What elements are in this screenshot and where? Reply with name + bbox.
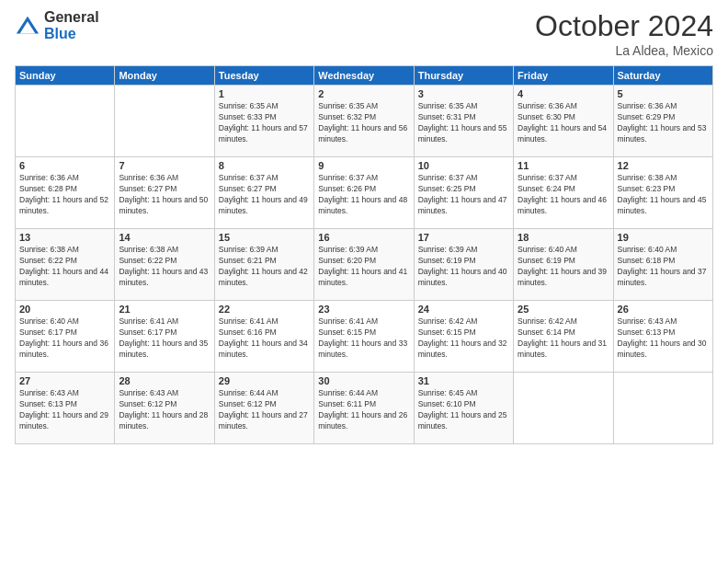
header-saturday: Saturday	[613, 66, 712, 86]
day-number: 1	[219, 88, 310, 99]
day-info: Sunrise: 6:39 AMSunset: 6:21 PMDaylight:…	[219, 245, 310, 289]
day-number: 29	[219, 375, 310, 386]
day-number: 5	[618, 88, 709, 99]
month-title: October 2024	[535, 9, 713, 43]
day-info: Sunrise: 6:37 AMSunset: 6:25 PMDaylight:…	[418, 173, 509, 217]
logo-icon	[15, 13, 40, 39]
table-row: 4Sunrise: 6:36 AMSunset: 6:30 PMDaylight…	[514, 86, 613, 157]
table-row: 3Sunrise: 6:35 AMSunset: 6:31 PMDaylight…	[414, 86, 513, 157]
table-row: 7Sunrise: 6:36 AMSunset: 6:27 PMDaylight…	[115, 157, 214, 229]
table-row: 1Sunrise: 6:35 AMSunset: 6:33 PMDaylight…	[214, 86, 313, 157]
day-number: 8	[219, 160, 310, 171]
table-row: 30Sunrise: 6:44 AMSunset: 6:11 PMDayligh…	[314, 373, 414, 444]
calendar-table: Sunday Monday Tuesday Wednesday Thursday…	[15, 65, 713, 444]
table-row: 16Sunrise: 6:39 AMSunset: 6:20 PMDayligh…	[314, 229, 414, 301]
table-row: 23Sunrise: 6:41 AMSunset: 6:15 PMDayligh…	[314, 301, 414, 373]
day-info: Sunrise: 6:35 AMSunset: 6:33 PMDaylight:…	[219, 101, 310, 145]
day-number: 19	[618, 232, 709, 243]
day-info: Sunrise: 6:35 AMSunset: 6:32 PMDaylight:…	[318, 101, 409, 145]
day-info: Sunrise: 6:41 AMSunset: 6:15 PMDaylight:…	[318, 316, 409, 361]
day-number: 12	[618, 160, 709, 171]
day-info: Sunrise: 6:39 AMSunset: 6:19 PMDaylight:…	[418, 245, 509, 289]
table-row: 6Sunrise: 6:36 AMSunset: 6:28 PMDaylight…	[16, 157, 115, 229]
page-header: General Blue October 2024 La Aldea, Mexi…	[15, 9, 713, 58]
day-number: 6	[19, 160, 110, 171]
day-info: Sunrise: 6:38 AMSunset: 6:22 PMDaylight:…	[119, 245, 210, 289]
header-tuesday: Tuesday	[214, 66, 313, 86]
table-row: 8Sunrise: 6:37 AMSunset: 6:27 PMDaylight…	[214, 157, 313, 229]
logo-blue-text: Blue	[44, 26, 99, 42]
table-row	[514, 373, 613, 444]
day-number: 17	[418, 232, 509, 243]
table-row: 5Sunrise: 6:36 AMSunset: 6:29 PMDaylight…	[613, 86, 712, 157]
table-row: 20Sunrise: 6:40 AMSunset: 6:17 PMDayligh…	[16, 301, 115, 373]
day-info: Sunrise: 6:44 AMSunset: 6:12 PMDaylight:…	[219, 388, 310, 432]
day-number: 7	[119, 160, 210, 171]
table-row	[613, 373, 712, 444]
calendar-week-row: 6Sunrise: 6:36 AMSunset: 6:28 PMDaylight…	[16, 157, 713, 229]
table-row: 17Sunrise: 6:39 AMSunset: 6:19 PMDayligh…	[414, 229, 513, 301]
day-number: 4	[518, 88, 609, 99]
day-info: Sunrise: 6:38 AMSunset: 6:22 PMDaylight:…	[19, 245, 110, 289]
day-number: 3	[418, 88, 509, 99]
day-info: Sunrise: 6:40 AMSunset: 6:19 PMDaylight:…	[518, 245, 609, 289]
day-number: 14	[119, 232, 210, 243]
table-row: 25Sunrise: 6:42 AMSunset: 6:14 PMDayligh…	[514, 301, 613, 373]
header-wednesday: Wednesday	[314, 66, 414, 86]
day-number: 10	[418, 160, 509, 171]
header-sunday: Sunday	[16, 66, 115, 86]
header-monday: Monday	[115, 66, 214, 86]
table-row: 12Sunrise: 6:38 AMSunset: 6:23 PMDayligh…	[613, 157, 712, 229]
location-text: La Aldea, Mexico	[535, 43, 713, 58]
day-number: 23	[318, 304, 409, 315]
table-row	[115, 86, 214, 157]
header-thursday: Thursday	[414, 66, 513, 86]
table-row: 19Sunrise: 6:40 AMSunset: 6:18 PMDayligh…	[613, 229, 712, 301]
day-info: Sunrise: 6:45 AMSunset: 6:10 PMDaylight:…	[418, 388, 509, 432]
table-row: 11Sunrise: 6:37 AMSunset: 6:24 PMDayligh…	[514, 157, 613, 229]
day-info: Sunrise: 6:36 AMSunset: 6:29 PMDaylight:…	[618, 101, 709, 145]
day-info: Sunrise: 6:40 AMSunset: 6:17 PMDaylight:…	[19, 316, 110, 361]
table-row: 26Sunrise: 6:43 AMSunset: 6:13 PMDayligh…	[613, 301, 712, 373]
table-row	[16, 86, 115, 157]
day-number: 16	[318, 232, 409, 243]
table-row: 14Sunrise: 6:38 AMSunset: 6:22 PMDayligh…	[115, 229, 214, 301]
day-info: Sunrise: 6:42 AMSunset: 6:14 PMDaylight:…	[518, 316, 609, 361]
day-number: 20	[19, 304, 110, 315]
day-number: 27	[19, 375, 110, 386]
table-row: 28Sunrise: 6:43 AMSunset: 6:12 PMDayligh…	[115, 373, 214, 444]
day-info: Sunrise: 6:44 AMSunset: 6:11 PMDaylight:…	[318, 388, 409, 432]
day-info: Sunrise: 6:41 AMSunset: 6:16 PMDaylight:…	[219, 316, 310, 361]
day-number: 30	[318, 375, 409, 386]
title-block: October 2024 La Aldea, Mexico	[535, 9, 713, 58]
day-info: Sunrise: 6:38 AMSunset: 6:23 PMDaylight:…	[618, 173, 709, 217]
day-info: Sunrise: 6:39 AMSunset: 6:20 PMDaylight:…	[318, 245, 409, 289]
table-row: 24Sunrise: 6:42 AMSunset: 6:15 PMDayligh…	[414, 301, 513, 373]
table-row: 27Sunrise: 6:43 AMSunset: 6:13 PMDayligh…	[16, 373, 115, 444]
table-row: 21Sunrise: 6:41 AMSunset: 6:17 PMDayligh…	[115, 301, 214, 373]
table-row: 15Sunrise: 6:39 AMSunset: 6:21 PMDayligh…	[214, 229, 313, 301]
day-number: 18	[518, 232, 609, 243]
day-info: Sunrise: 6:43 AMSunset: 6:13 PMDaylight:…	[19, 388, 110, 432]
day-number: 9	[318, 160, 409, 171]
day-info: Sunrise: 6:42 AMSunset: 6:15 PMDaylight:…	[418, 316, 509, 361]
day-info: Sunrise: 6:37 AMSunset: 6:27 PMDaylight:…	[219, 173, 310, 217]
table-row: 13Sunrise: 6:38 AMSunset: 6:22 PMDayligh…	[16, 229, 115, 301]
header-friday: Friday	[514, 66, 613, 86]
day-info: Sunrise: 6:36 AMSunset: 6:30 PMDaylight:…	[518, 101, 609, 145]
day-number: 21	[119, 304, 210, 315]
day-info: Sunrise: 6:37 AMSunset: 6:24 PMDaylight:…	[518, 173, 609, 217]
calendar-week-row: 20Sunrise: 6:40 AMSunset: 6:17 PMDayligh…	[16, 301, 713, 373]
day-number: 25	[518, 304, 609, 315]
day-number: 15	[219, 232, 310, 243]
day-number: 22	[219, 304, 310, 315]
day-number: 28	[119, 375, 210, 386]
day-number: 31	[418, 375, 509, 386]
calendar-header-row: Sunday Monday Tuesday Wednesday Thursday…	[16, 66, 713, 86]
day-number: 26	[618, 304, 709, 315]
table-row: 29Sunrise: 6:44 AMSunset: 6:12 PMDayligh…	[214, 373, 313, 444]
day-info: Sunrise: 6:43 AMSunset: 6:13 PMDaylight:…	[618, 316, 709, 361]
day-info: Sunrise: 6:35 AMSunset: 6:31 PMDaylight:…	[418, 101, 509, 145]
day-number: 2	[318, 88, 409, 99]
day-number: 13	[19, 232, 110, 243]
